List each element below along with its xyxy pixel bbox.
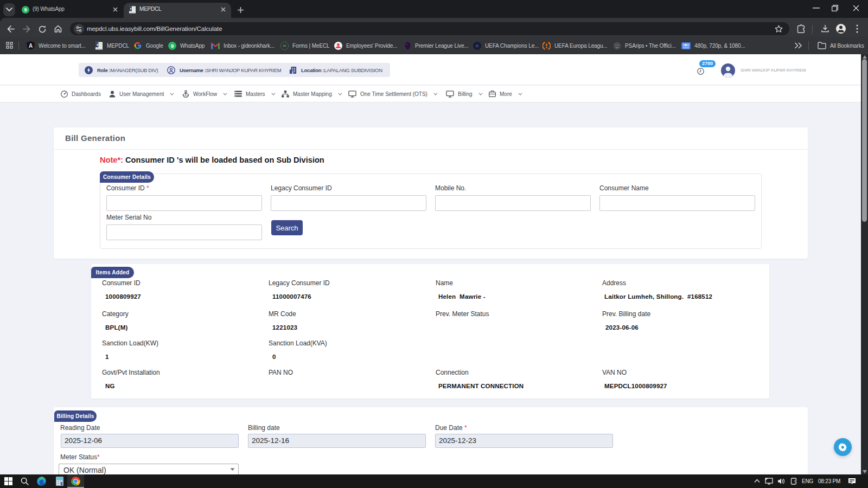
svg-text:9: 9 <box>24 7 27 12</box>
svg-text:9: 9 <box>171 42 174 48</box>
svg-text:A: A <box>29 43 33 49</box>
